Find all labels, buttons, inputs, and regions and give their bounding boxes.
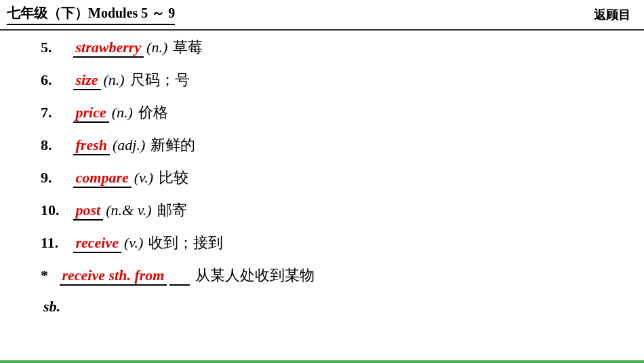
phrase-star: * xyxy=(41,267,54,284)
blank-prefix-6 xyxy=(68,71,72,89)
meaning-10: 邮寄 xyxy=(157,200,187,221)
header-title: 七年级（下）Modules 5 ～ 9 xyxy=(7,4,175,25)
phrase-item: * receive sth. from 从某人处收到某物 xyxy=(41,265,603,286)
word-10: post xyxy=(73,202,104,221)
header: 七年级（下）Modules 5 ～ 9 返顾目 xyxy=(0,0,644,31)
blank-prefix-11 xyxy=(68,234,72,252)
word-6: size xyxy=(73,71,101,90)
pos-11: (v.) xyxy=(124,234,143,252)
item-number-9: 9. xyxy=(41,169,68,187)
list-item: 11. receive (v.) 收到；接到 xyxy=(41,233,603,253)
phrase-blank-ext xyxy=(169,267,190,286)
content-area: 5. strawberry (n.) 草莓 6. size (n.) 尺码；号 … xyxy=(0,31,644,322)
footer-text: sb. xyxy=(43,298,60,316)
blank-prefix-7 xyxy=(68,104,72,121)
bottom-bar xyxy=(0,360,644,363)
meaning-5: 草莓 xyxy=(173,37,203,58)
list-item: 9. compare (v.) 比较 xyxy=(41,168,603,188)
blank-prefix-phrase xyxy=(54,267,58,284)
meaning-6: 尺码；号 xyxy=(130,70,190,90)
footer-hint: sb. xyxy=(41,298,603,316)
item-number-10: 10. xyxy=(41,202,68,219)
blank-prefix-8 xyxy=(68,136,72,154)
phrase-meaning: 从某人处收到某物 xyxy=(195,265,315,286)
meaning-11: 收到；接到 xyxy=(148,233,223,253)
list-item: 7. price (n.) 价格 xyxy=(41,102,603,123)
blank-prefix-9 xyxy=(68,169,72,187)
meaning-9: 比较 xyxy=(159,168,188,188)
pos-6: (n.) xyxy=(104,71,125,89)
blank-prefix-5 xyxy=(68,39,72,56)
word-11: receive xyxy=(73,234,122,253)
pos-9: (v.) xyxy=(134,169,153,187)
item-number-6: 6. xyxy=(41,71,68,89)
return-button[interactable]: 返顾目 xyxy=(594,7,630,23)
item-number-8: 8. xyxy=(41,136,68,154)
list-item: 6. size (n.) 尺码；号 xyxy=(41,70,603,90)
meaning-7: 价格 xyxy=(138,102,168,123)
pos-10: (n.& v.) xyxy=(106,202,151,219)
phrase-word: receive sth. from xyxy=(60,267,167,286)
meaning-8: 新鲜的 xyxy=(150,135,195,155)
pos-7: (n.) xyxy=(112,104,133,121)
word-9: compare xyxy=(73,169,132,188)
pos-5: (n.) xyxy=(146,39,167,56)
item-number-5: 5. xyxy=(41,39,68,56)
list-item: 8. fresh (adj.) 新鲜的 xyxy=(41,135,603,155)
list-item: 5. strawberry (n.) 草莓 xyxy=(41,37,603,58)
pos-8: (adj.) xyxy=(113,136,145,154)
word-7: price xyxy=(73,104,109,123)
list-item: 10. post (n.& v.) 邮寄 xyxy=(41,200,603,221)
item-number-7: 7. xyxy=(41,104,68,121)
word-8: fresh xyxy=(73,136,110,155)
item-number-11: 11. xyxy=(41,234,68,252)
blank-prefix-10 xyxy=(68,202,72,219)
word-5: strawberry xyxy=(73,39,144,58)
